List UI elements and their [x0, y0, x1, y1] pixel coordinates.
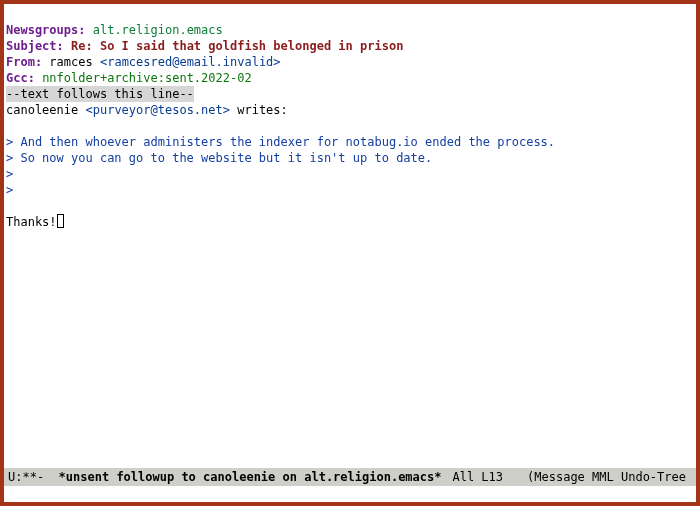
header-newsgroups-key: Newsgroups:: [6, 23, 85, 37]
header-separator: --text follows this line--: [6, 86, 194, 102]
header-gcc-key: Gcc:: [6, 71, 35, 85]
text-cursor: [57, 214, 64, 228]
quoted-line: >: [6, 167, 13, 181]
header-subject-value: Re: So I said that goldfish belonged in …: [71, 39, 403, 53]
mode-line[interactable]: U:**- *unsent followup to canoleenie on …: [4, 468, 696, 486]
header-from-name: ramces: [49, 55, 92, 69]
reply-text: Thanks!: [6, 215, 57, 229]
quoted-line: >: [6, 183, 13, 197]
header-from-address: <ramcesred@email.invalid>: [100, 55, 281, 69]
emacs-frame: Newsgroups: alt.religion.emacs Subject: …: [0, 0, 700, 506]
modeline-spacer: [441, 468, 452, 486]
cite-line-address: <purveyor@tesos.net>: [85, 103, 230, 117]
modeline-modes: (Message MML Undo-Tree: [527, 468, 692, 486]
echo-area[interactable]: [4, 486, 696, 502]
header-subject-key: Subject:: [6, 39, 64, 53]
quoted-line: > So now you can go to the website but i…: [6, 151, 432, 165]
message-buffer[interactable]: Newsgroups: alt.religion.emacs Subject: …: [4, 4, 696, 468]
header-newsgroups-value: alt.religion.emacs: [93, 23, 223, 37]
header-from-key: From:: [6, 55, 42, 69]
modeline-position: All L13: [452, 468, 527, 486]
modeline-status: U:**-: [8, 468, 59, 486]
header-gcc-value: nnfolder+archive:sent.2022-02: [42, 71, 252, 85]
modeline-buffer-name: *unsent followup to canoleenie on alt.re…: [59, 468, 442, 486]
cite-line-name: canoleenie: [6, 103, 78, 117]
cite-line-suffix: writes:: [230, 103, 288, 117]
quoted-line: > And then whoever administers the index…: [6, 135, 555, 149]
